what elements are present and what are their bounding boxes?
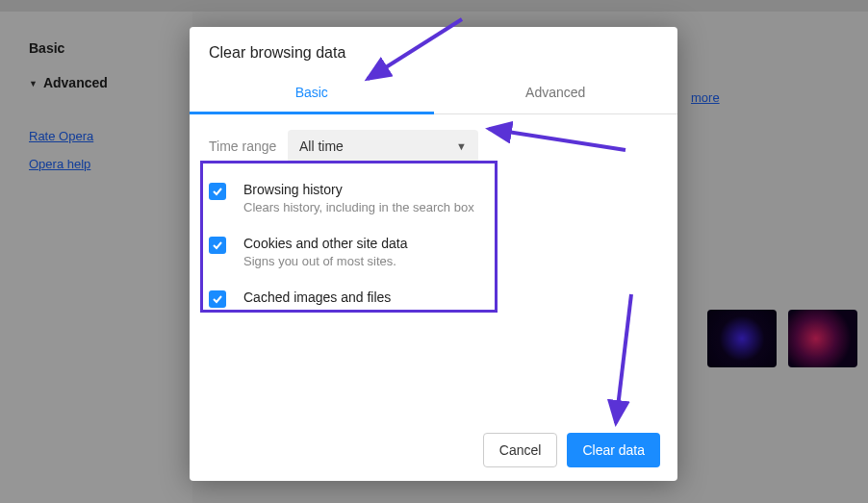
- dialog-tabs: Basic Advanced: [190, 75, 677, 114]
- check-icon: [212, 293, 223, 305]
- option-subtitle: Clears history, including in the search …: [243, 200, 474, 214]
- clear-data-button[interactable]: Clear data: [567, 433, 660, 467]
- check-icon: [212, 186, 223, 197]
- option-subtitle: Signs you out of most sites.: [243, 254, 407, 268]
- dialog-footer: Cancel Clear data: [190, 419, 677, 481]
- options-list: Browsing history Clears history, includi…: [190, 166, 677, 321]
- option-title: Browsing history: [243, 182, 474, 197]
- clear-browsing-data-dialog: Clear browsing data Basic Advanced Time …: [190, 27, 677, 481]
- dialog-title: Clear browsing data: [190, 27, 677, 75]
- cancel-button[interactable]: Cancel: [483, 433, 558, 467]
- chevron-down-icon: ▼: [456, 140, 467, 152]
- time-range-select[interactable]: All time ▼: [288, 130, 478, 163]
- checkbox-cookies[interactable]: [209, 237, 226, 254]
- checkbox-browsing-history[interactable]: [209, 183, 226, 200]
- option-title: Cookies and other site data: [243, 236, 407, 251]
- time-range-label: Time range: [209, 138, 288, 154]
- tab-advanced[interactable]: Advanced: [434, 75, 678, 113]
- tab-basic[interactable]: Basic: [190, 75, 434, 114]
- option-title: Cached images and files: [243, 289, 391, 305]
- checkbox-cached[interactable]: [209, 290, 226, 308]
- check-icon: [212, 239, 223, 251]
- time-range-value: All time: [299, 138, 344, 154]
- option-cookies[interactable]: Cookies and other site data Signs you ou…: [209, 228, 658, 282]
- option-cached[interactable]: Cached images and files: [209, 282, 658, 321]
- option-browsing-history[interactable]: Browsing history Clears history, includi…: [209, 174, 658, 228]
